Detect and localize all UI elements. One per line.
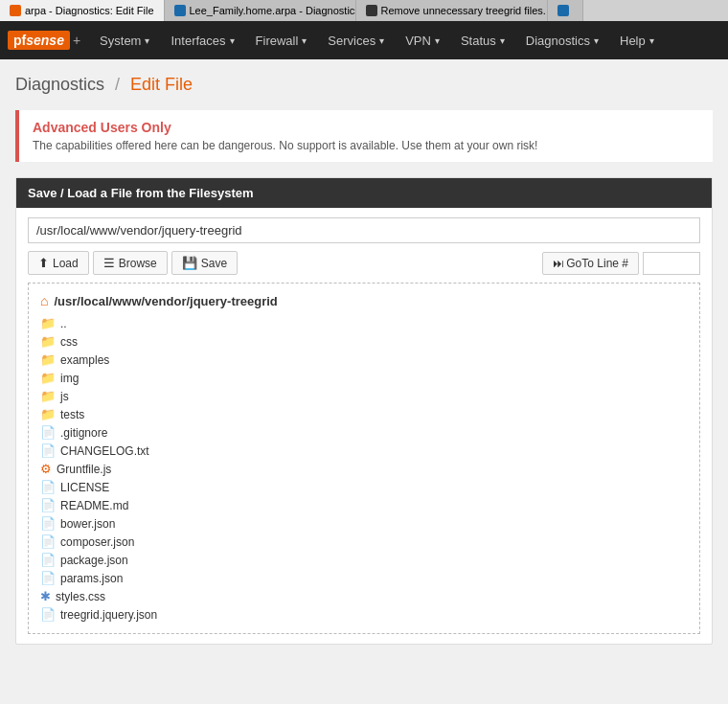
tab1-favicon [10,5,21,16]
breadcrumb-separator: / [115,75,120,94]
warning-title: Advanced Users Only [33,120,699,135]
file-tree-item[interactable]: 📁css [40,332,688,351]
browser-tab-2[interactable]: Lee_Family.home.arpa - Diagnostics: Comm… [165,0,356,21]
browser-tab-1[interactable]: arpa - Diagnostics: Edit File [0,0,165,21]
folder-icon: 📁 [40,371,56,385]
file-tree-item[interactable]: 📄CHANGELOG.txt [40,442,688,460]
nav-help[interactable]: Help ▾ [610,21,664,59]
save-icon: 💾 [182,256,197,270]
folder-icon: 📁 [40,407,56,421]
save-button[interactable]: 💾 Save [171,251,238,275]
file-tree-item[interactable]: 📄bower.json [40,514,688,533]
file-icon: 📄 [40,425,56,440]
file-icon: 📄 [40,571,56,585]
firewall-caret: ▾ [302,35,307,46]
filepath-input[interactable] [28,217,700,243]
file-name: params.json [60,572,123,585]
file-name: img [60,372,79,385]
file-icon: 📄 [40,443,56,458]
goto-line-input[interactable] [643,252,700,275]
file-name: styles.css [56,590,105,603]
file-tree-item[interactable]: 📄README.md [40,496,688,514]
brand-logo: pfsense [8,31,70,50]
nav-vpn[interactable]: VPN ▾ [396,21,449,59]
browse-button[interactable]: ☰ Browse [93,251,168,275]
nav-services[interactable]: Services ▾ [318,21,394,59]
file-tree-item[interactable]: ✱styles.css [40,587,688,605]
file-icon: 📄 [40,553,56,567]
browser-tab-3[interactable]: Remove unnecessary treegrid files. Imple… [356,0,548,21]
file-name: tests [60,408,84,421]
panel-heading: Save / Load a File from the Filesystem [16,178,712,208]
gear-file-icon: ⚙ [40,462,52,476]
file-icon: 📄 [40,534,56,549]
file-tree-item[interactable]: 📁js [40,387,688,405]
help-caret: ▾ [649,35,654,46]
file-tree-item[interactable]: 📄LICENSE [40,478,688,496]
folder-icon: 📁 [40,389,56,403]
brand-sense: sense [26,33,64,48]
file-name: LICENSE [60,481,109,494]
browser-tab-4[interactable] [548,0,583,21]
nav-interfaces[interactable]: Interfaces ▾ [161,21,243,59]
file-tree-item[interactable]: 📄params.json [40,569,688,587]
file-name: Gruntfile.js [57,463,111,476]
file-tree-item[interactable]: 📄package.json [40,551,688,569]
brand-pf: pf [13,33,26,48]
browser-tabs-bar: arpa - Diagnostics: Edit File Lee_Family… [0,0,728,21]
file-tree-item[interactable]: 📄treegrid.jquery.json [40,605,688,624]
folder-icon: 📁 [40,316,56,330]
nav-firewall[interactable]: Firewall ▾ [246,21,317,59]
file-name: README.md [60,499,128,512]
file-icon: 📄 [40,498,56,512]
file-tree: 📁..📁css📁examples📁img📁js📁tests📄.gitignore… [40,314,688,624]
load-button[interactable]: ⬆ Load [28,251,89,275]
home-icon: ⌂ [40,293,48,308]
file-name: examples [60,353,109,367]
folder-icon: 📁 [40,334,56,349]
file-name: js [60,390,69,403]
nav-diagnostics[interactable]: Diagnostics ▾ [516,21,608,59]
vpn-caret: ▾ [435,35,440,46]
nav-system[interactable]: System ▾ [90,21,159,59]
file-tree-item[interactable]: 📁examples [40,351,688,369]
browse-icon: ☰ [103,256,115,270]
goto-button[interactable]: ⏭ GoTo Line # [542,252,639,275]
file-tree-item[interactable]: 📄.gitignore [40,423,688,442]
tab3-label: Remove unnecessary treegrid files. Imple… [381,5,548,16]
main-navbar: pfsense + System ▾ Interfaces ▾ Firewall… [0,21,728,59]
css-file-icon: ✱ [40,589,51,603]
file-name: .. [60,317,67,330]
system-caret: ▾ [145,35,149,46]
file-tree-item[interactable]: 📁img [40,369,688,387]
services-caret: ▾ [379,35,384,46]
file-tree-item[interactable]: 📄composer.json [40,533,688,551]
file-tree-item[interactable]: ⚙Gruntfile.js [40,460,688,478]
current-path: /usr/local/www/vendor/jquery-treegrid [54,294,277,308]
warning-text: The capabilities offered here can be dan… [33,139,699,152]
tab2-favicon [174,5,186,16]
nav-status[interactable]: Status ▾ [451,21,514,59]
brand-plus: + [73,33,80,48]
tab3-favicon [366,5,377,16]
warning-box: Advanced Users Only The capabilities off… [15,110,713,162]
path-header: ⌂ /usr/local/www/vendor/jquery-treegrid [40,293,688,308]
file-name: CHANGELOG.txt [60,444,149,458]
file-tree-item[interactable]: 📁.. [40,314,688,332]
file-icon: 📄 [40,607,56,622]
tab2-label: Lee_Family.home.arpa - Diagnostics: Comm… [190,5,356,16]
file-icon: 📄 [40,516,56,531]
file-tree-item[interactable]: 📁tests [40,405,688,423]
file-name: css [60,335,78,349]
panel-body: ⬆ Load ☰ Browse 💾 Save ⏭ GoTo Line # [16,208,712,644]
file-browser: ⌂ /usr/local/www/vendor/jquery-treegrid … [28,283,700,634]
file-toolbar: ⬆ Load ☰ Browse 💾 Save ⏭ GoTo Line # [28,251,700,275]
tab4-favicon [557,5,569,16]
status-caret: ▾ [500,35,505,46]
page-content: Diagnostics / Edit File Advanced Users O… [0,59,728,675]
load-icon: ⬆ [38,256,49,270]
diagnostics-caret: ▾ [594,35,599,46]
breadcrumb-current: Edit File [130,75,193,94]
brand[interactable]: pfsense + [8,31,80,50]
breadcrumb-parent: Diagnostics [15,75,104,94]
